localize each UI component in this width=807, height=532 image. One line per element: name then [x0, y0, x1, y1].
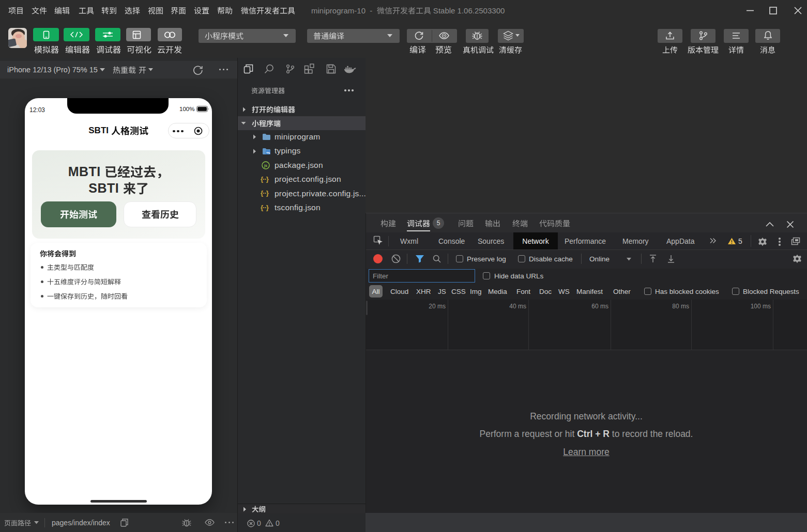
svg-text:js: js [264, 164, 267, 168]
svg-text:TS: TS [266, 151, 270, 154]
